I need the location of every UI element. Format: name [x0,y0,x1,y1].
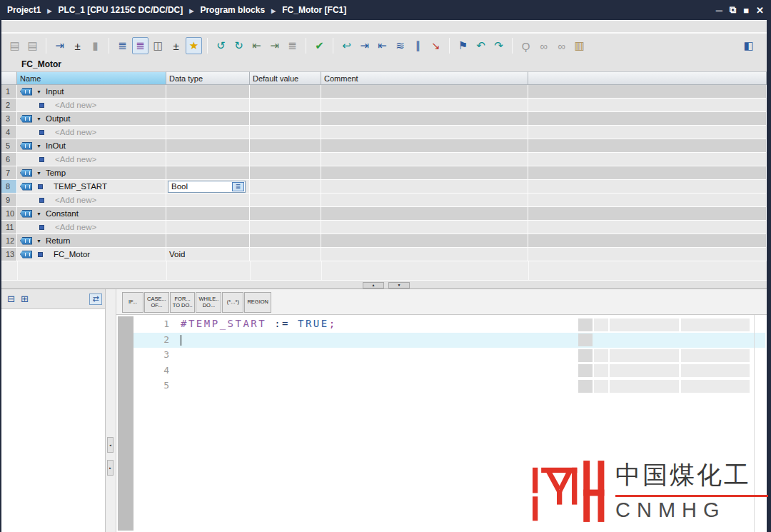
breadcrumb-item[interactable]: PLC_1 [CPU 1215C DC/DC/DC] [59,5,183,15]
tab-while[interactable]: WHILE..DO... [196,292,221,313]
open-all-accesses-icon[interactable]: ⇥ [51,37,68,54]
row-number[interactable]: 7 [1,166,17,180]
row-number[interactable]: 3 [1,112,17,126]
tab-if[interactable]: IF... [122,292,143,313]
default-value-cell[interactable] [250,126,321,139]
tab-for[interactable]: FOR...TO DO.. [170,292,196,313]
default-value-cell[interactable] [250,166,321,180]
data-type-cell[interactable] [166,153,250,166]
empty-cell[interactable] [528,85,767,99]
breadcrumb-item[interactable]: Program blocks [200,5,265,15]
copy-setpoint-to-snapshot-icon[interactable]: ⇥ [266,37,283,54]
format-code-icon[interactable]: ≋ [392,37,408,54]
data-block-lock-icon[interactable]: ▥ [571,37,588,54]
name-cell[interactable]: <Add new> [17,153,166,166]
default-value-cell[interactable] [250,139,321,153]
comment-cell[interactable] [321,139,528,153]
panel-expand-icon[interactable]: ⇄ [89,293,102,305]
table-row[interactable]: 7▼Temp [1,166,767,180]
name-cell[interactable]: ▼Temp [17,166,166,180]
default-value-cell[interactable] [250,153,321,166]
column-header-empty[interactable] [1,71,17,85]
collapse-triangle-icon[interactable]: ▼ [36,171,41,176]
comment-cell[interactable] [321,207,528,221]
data-type-cell[interactable] [166,99,250,112]
maximize-button[interactable]: ■ [743,5,749,16]
collapse-triangle-icon[interactable]: ▼ [36,89,41,94]
collapse-triangle-icon[interactable]: ▼ [36,144,41,149]
expanded-mode-icon[interactable]: ≣ [132,37,148,54]
comment-cell[interactable] [321,85,528,99]
table-row[interactable]: 12▼Return [1,234,767,248]
data-type-cell[interactable] [166,139,250,153]
name-cell[interactable]: ▼InOut [17,139,166,153]
goto-previous-icon[interactable]: ↩ [338,37,355,54]
tab-case[interactable]: CASE...OF... [144,292,169,313]
empty-cell[interactable] [528,194,767,207]
data-type-cell[interactable] [166,221,250,234]
goto-error-icon[interactable]: ↘ [428,37,444,54]
data-type-cell[interactable] [166,126,250,139]
empty-cell[interactable] [528,248,767,261]
splitter-collapse-up-button[interactable]: ▲ [363,282,384,288]
add-row-icon[interactable]: ▤ [24,37,41,54]
code-line[interactable]: 3 [133,348,765,363]
row-number[interactable]: 1 [1,85,17,99]
monitor-glasses-stop-icon[interactable]: ∞ [553,37,570,54]
previous-bookmark-icon[interactable]: ↶ [473,37,489,54]
comment-cell[interactable] [321,234,528,248]
collapse-triangle-icon[interactable]: ▼ [36,116,41,121]
code-line[interactable]: 4 [133,363,765,379]
row-number[interactable]: 5 [1,139,17,153]
breadcrumb-item[interactable]: FC_Motor [FC1] [282,5,346,15]
name-cell[interactable]: <Add new> [17,221,166,234]
snapshot-icon[interactable]: ★ [186,37,202,54]
data-type-cell[interactable] [166,85,250,99]
comment-cell[interactable] [321,153,528,166]
name-cell[interactable]: TEMP_START [17,180,166,194]
table-row[interactable]: 3▼Output [1,112,767,126]
data-type-edit-field[interactable]: Bool≣ [168,181,246,193]
row-number[interactable]: 11 [1,221,17,234]
splitter-collapse-right-button[interactable]: ▸ [107,460,114,476]
data-type-cell[interactable] [166,166,250,180]
column-header-name[interactable]: Name [17,71,166,85]
table-row[interactable]: 10▼Constant [1,207,767,221]
data-type-cell[interactable]: Void [166,248,250,261]
splitter-collapse-left-button[interactable]: ◂ [107,437,114,453]
empty-cell[interactable] [528,221,767,234]
empty-cell[interactable] [528,166,767,180]
table-row[interactable]: 9<Add new> [1,194,767,207]
default-value-cell[interactable] [250,221,321,234]
empty-cell[interactable] [528,207,767,221]
table-row[interactable]: 6<Add new> [1,153,767,166]
empty-cell[interactable] [528,126,767,139]
data-type-cell[interactable] [166,112,250,126]
name-cell[interactable]: <Add new> [17,126,166,139]
horizontal-splitter[interactable]: ▲ ▼ [1,280,767,289]
row-number[interactable]: 4 [1,126,17,139]
row-number[interactable]: 8 [1,180,17,194]
default-value-cell[interactable] [250,207,321,221]
compile-icon[interactable]: ✔ [311,37,328,54]
set-bookmark-icon[interactable]: ⚑ [455,37,471,54]
collapse-triangle-icon[interactable]: ▼ [36,211,41,216]
expand-collapse-all-icon[interactable]: ± [69,37,86,54]
column-header-comment[interactable]: Comment [321,71,528,85]
discard-changes-icon[interactable]: ↺ [213,37,229,54]
empty-cell[interactable] [528,180,767,194]
outdent-icon[interactable]: ⇤ [374,37,390,54]
default-value-cell[interactable] [250,85,321,99]
row-number[interactable]: 2 [1,99,17,112]
table-row[interactable]: 5▼InOut [1,139,767,153]
default-value-cell[interactable] [250,234,321,248]
default-value-cell[interactable] [250,248,321,261]
column-header-data-type[interactable]: Data type [166,71,250,85]
name-cell[interactable]: <Add new> [17,99,166,112]
outline-view-icon[interactable]: ≣ [114,37,131,54]
comment-cell[interactable] [321,221,528,234]
tab-region[interactable]: REGION [244,292,271,313]
name-cell[interactable]: ▼Return [17,234,166,248]
name-cell[interactable]: <Add new> [17,194,166,207]
empty-cell[interactable] [528,139,767,153]
